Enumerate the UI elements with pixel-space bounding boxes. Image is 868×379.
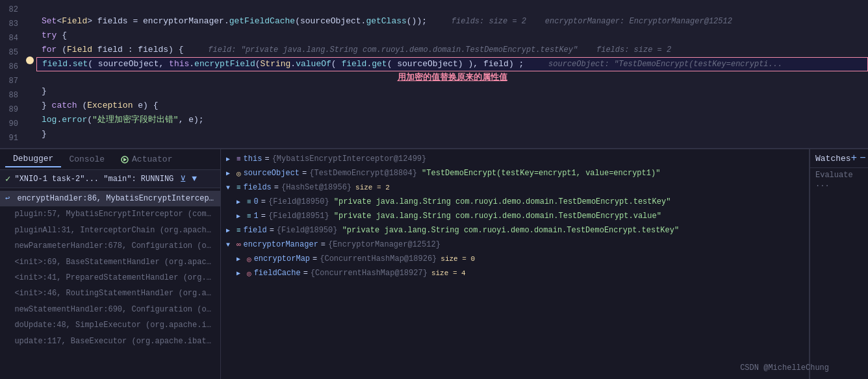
icon-sourceObject: ◎: [236, 169, 241, 178]
add-watch-button[interactable]: +: [851, 153, 858, 164]
stack-frame-9[interactable]: update:117, BaseExecutor (org.apache.iba…: [0, 334, 220, 349]
running-text: "XNIO-1 task-2"... "main": RUNNING: [14, 175, 173, 184]
code-line-89: log.error("处理加密字段时出错", e);: [36, 113, 868, 127]
var-row-fields-0[interactable]: ≡ 0 = {Field@18950} "private java.lang.S…: [221, 195, 809, 209]
var-row-fields[interactable]: ≡ fields = {HashSet@18956} size = 2: [221, 180, 809, 195]
watches-panel: Watches + − ↑ Evaluate ...: [810, 149, 868, 379]
code-line-85: for (Field field : fields) { field: "pri…: [36, 43, 868, 57]
bottom-panel: Debugger Console Actuator ✓ "XNIO-1 task…: [0, 149, 868, 379]
breakpoint-column: [23, 0, 36, 148]
running-indicator: ✓ "XNIO-1 task-2"... "main": RUNNING ⊻ ▼: [0, 170, 220, 188]
expand-this[interactable]: [226, 155, 234, 163]
code-line-91: [36, 141, 868, 148]
stack-frame-8[interactable]: doUpdate:48, SimpleExecutor (org.apache.…: [0, 317, 220, 333]
expand-encryptorMap[interactable]: [236, 255, 244, 263]
code-lines: Set<Field> fields = encryptorManager.get…: [36, 0, 868, 148]
filter-icon[interactable]: ⊻: [180, 174, 186, 184]
remove-watch-button[interactable]: −: [860, 153, 866, 164]
debug-panel: Debugger Console Actuator ✓ "XNIO-1 task…: [0, 149, 221, 379]
chinese-annotation: 用加密的值替换原来的属性值: [398, 71, 507, 85]
expand-encryptorManager[interactable]: [226, 241, 234, 249]
var-row-this[interactable]: ≡ this = {MybatisEncryptInterceptor@1249…: [221, 152, 809, 166]
icon-fields-1: ≡: [247, 212, 251, 220]
icon-this: ≡: [236, 155, 241, 163]
stack-frame-4[interactable]: <init>:69, BaseStatementHandler (org.apa…: [0, 254, 220, 270]
var-row-fieldCache[interactable]: ◎ fieldCache = {ConcurrentHashMap@18927}…: [221, 266, 809, 280]
check-icon: ✓: [5, 173, 10, 184]
icon-fields: ≡: [236, 184, 241, 191]
stack-frame-0[interactable]: ↩ encryptHandler:86, MybatisEncryptInter…: [0, 191, 220, 206]
tab-debugger[interactable]: Debugger: [5, 151, 61, 167]
stack-frame-6[interactable]: <init>:46, RoutingStatementHandler (org.…: [0, 286, 220, 301]
watches-actions: + − ↑: [851, 153, 868, 164]
variables-panel: ≡ this = {MybatisEncryptInterceptor@1249…: [221, 149, 810, 379]
actuator-icon: [120, 155, 129, 164]
stack-frame-7[interactable]: newStatementHandler:690, Configuration (…: [0, 302, 220, 317]
var-row-field[interactable]: ≡ field = {Field@18950} "private java.la…: [221, 223, 809, 238]
watches-evaluate: Evaluate ...: [810, 168, 868, 191]
stack-frame-5[interactable]: <init>:41, PreparedStatementHandler (org…: [0, 270, 220, 286]
var-row-encryptorMap[interactable]: ◎ encryptorMap = {ConcurrentHashMap@1892…: [221, 252, 809, 266]
code-line-82: [36, 0, 868, 14]
expand-fields[interactable]: [226, 184, 234, 191]
expand-fields-1[interactable]: [236, 212, 244, 220]
code-line-88: } catch (Exception e) {: [36, 99, 868, 113]
tab-actuator[interactable]: Actuator: [112, 152, 180, 167]
code-line-83: Set<Field> fields = encryptorManager.get…: [36, 14, 868, 29]
var-row-fields-1[interactable]: ≡ 1 = {Field@18951} "private java.lang.S…: [221, 209, 809, 223]
expand-fieldCache[interactable]: [236, 269, 244, 277]
expand-sourceObject[interactable]: [226, 169, 234, 177]
code-line-90: }: [36, 127, 868, 141]
icon-encryptorMap: ◎: [247, 255, 251, 263]
icon-fieldCache: ◎: [247, 269, 251, 278]
icon-fields-0: ≡: [247, 198, 251, 206]
stack-frames: ↩ encryptHandler:86, MybatisEncryptInter…: [0, 188, 220, 379]
var-row-sourceObject[interactable]: ◎ sourceObject = {TestDemoEncrypt@18804}…: [221, 166, 809, 180]
code-editor: 82 83 84 85 86 87 88 89 90 91 92: [0, 0, 868, 149]
watches-header: Watches + − ↑: [810, 149, 868, 168]
breakpoint-dot: [26, 56, 34, 64]
stack-frame-2[interactable]: pluginAll:31, InterceptorChain (org.apac…: [0, 223, 220, 238]
stack-frame-1[interactable]: plugin:57, MybatisEncryptInterceptor (co…: [0, 206, 220, 222]
watches-title: Watches: [815, 154, 851, 164]
csdn-watermark: CSDN @MichelleChung: [740, 363, 829, 373]
line-numbers: 82 83 84 85 86 87 88 89 90 91 92: [0, 0, 23, 148]
expand-fields-0[interactable]: [236, 198, 244, 206]
code-line-87: }: [36, 84, 868, 99]
dropdown-icon[interactable]: ▼: [192, 174, 197, 184]
icon-encryptorManager: ∞: [236, 241, 241, 249]
stack-frame-3[interactable]: newParameterHandler:678, Configuration (…: [0, 238, 220, 254]
code-line-86: field.set( sourceObject, this.encryptFie…: [36, 57, 868, 71]
icon-field: ≡: [236, 226, 241, 234]
var-row-encryptorManager[interactable]: ∞ encryptorManager = {EncryptorManager@1…: [221, 238, 809, 252]
panel-tabs: Debugger Console Actuator: [0, 149, 220, 170]
tab-console[interactable]: Console: [61, 152, 112, 167]
code-line-84: try {: [36, 29, 868, 43]
expand-field[interactable]: [226, 226, 234, 234]
